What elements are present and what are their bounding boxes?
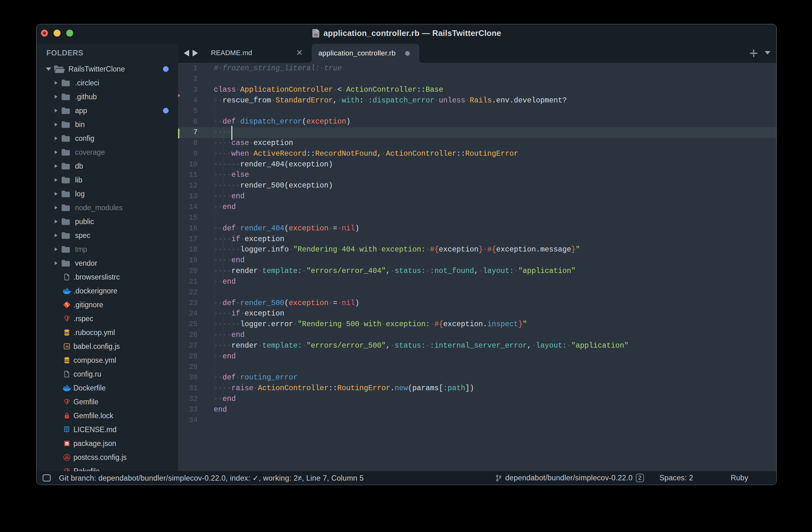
svg-text:JS: JS	[65, 345, 69, 348]
svg-text:rb: rb	[314, 33, 318, 37]
